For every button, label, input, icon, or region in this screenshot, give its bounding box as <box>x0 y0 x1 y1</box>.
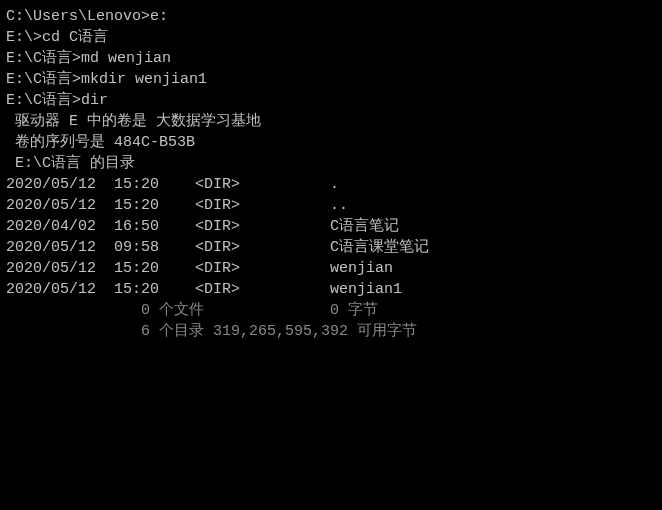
prompt-line-dir: E:\C语言>dir <box>6 90 656 111</box>
prompt-line-md: E:\C语言>md wenjian <box>6 48 656 69</box>
prompt-line-0: C:\Users\Lenovo>e: <box>6 6 656 27</box>
dir-entry-dot: 2020/05/12 15:20 <DIR> . <box>6 174 656 195</box>
prompt-line-mkdir: E:\C语言>mkdir wenjian1 <box>6 69 656 90</box>
serial-info: 卷的序列号是 484C-B53B <box>6 132 656 153</box>
dir-entry-wenjian: 2020/05/12 15:20 <DIR> wenjian <box>6 258 656 279</box>
volume-info: 驱动器 E 中的卷是 大数据学习基地 <box>6 111 656 132</box>
dir-entry-classnotes: 2020/05/12 09:58 <DIR> C语言课堂笔记 <box>6 237 656 258</box>
directory-path: E:\C语言 的目录 <box>6 153 656 174</box>
dir-entry-dotdot: 2020/05/12 15:20 <DIR> .. <box>6 195 656 216</box>
dir-entry-notes: 2020/04/02 16:50 <DIR> C语言笔记 <box>6 216 656 237</box>
summary-files: 0 个文件 0 字节 <box>6 300 656 321</box>
prompt-line-cd: E:\>cd C语言 <box>6 27 656 48</box>
dir-entry-wenjian1: 2020/05/12 15:20 <DIR> wenjian1 <box>6 279 656 300</box>
summary-dirs: 6 个目录 319,265,595,392 可用字节 <box>6 321 656 342</box>
